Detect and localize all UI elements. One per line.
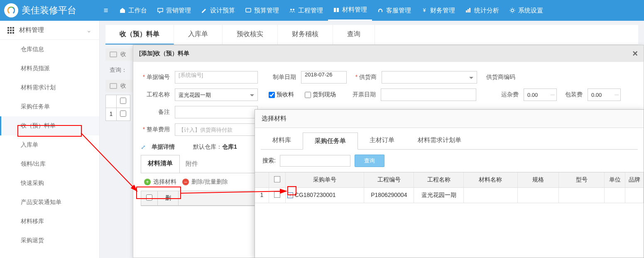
- dialog1-title: [添加]收（预）料单: [139, 50, 189, 57]
- supplier-select[interactable]: [382, 71, 477, 84]
- nav-design[interactable]: 设计预算: [196, 0, 240, 21]
- bg-head-checkbox[interactable]: [120, 98, 126, 104]
- menu-toggle-icon[interactable]: ≡: [98, 6, 114, 15]
- dialog2-title: 选择材料: [262, 115, 286, 123]
- sidebar-item-0[interactable]: 仓库信息: [0, 40, 99, 59]
- nav-cs[interactable]: 客服管理: [372, 0, 416, 21]
- query-button[interactable]: 查询: [355, 155, 384, 167]
- col-mn: 材料名称: [464, 172, 518, 187]
- picker-tab-2[interactable]: 主材订单: [358, 132, 406, 149]
- sidebar-item-2[interactable]: 材料需求计划: [0, 78, 99, 97]
- dialog2-search-bar: 搜索: 查询: [255, 150, 644, 172]
- svg-rect-12: [12, 27, 14, 29]
- sidebar-list: 仓库信息材料员指派材料需求计划采购任务单收（预）料单入库单领料/出库快速采购产品…: [0, 40, 99, 250]
- page-tab-4[interactable]: 查询: [333, 25, 375, 44]
- bg-row-checkbox[interactable]: [120, 111, 126, 117]
- picker-tab-3[interactable]: 材料需求计划单: [406, 132, 473, 149]
- expand-plus-icon[interactable]: +: [287, 192, 293, 198]
- remark-input[interactable]: [175, 106, 258, 118]
- svg-rect-13: [7, 29, 9, 31]
- doc-no-input[interactable]: [系统编号]: [175, 71, 258, 84]
- svg-text:¥: ¥: [423, 7, 426, 13]
- col-unit: 单位: [605, 172, 625, 187]
- tab-attachment[interactable]: 附件: [181, 155, 202, 173]
- svg-rect-8: [469, 8, 470, 12]
- bg-title2: 收: [120, 82, 126, 90]
- picker-tab-1[interactable]: 采购任务单: [303, 133, 358, 150]
- monitor-icon: [110, 83, 117, 89]
- sidebar-item-1[interactable]: 材料员指派: [0, 59, 99, 78]
- supplier-label: 供货商: [352, 74, 377, 81]
- default-store-label: 默认仓库：: [193, 143, 222, 150]
- default-store-value: 仓库1: [222, 143, 237, 150]
- sidebar-item-5[interactable]: 入库单: [0, 135, 99, 155]
- svg-point-1: [290, 9, 292, 10]
- nav-material[interactable]: 材料管理: [328, 0, 372, 21]
- col-pj: 工程编号: [364, 172, 414, 187]
- row-checkbox[interactable]: [274, 192, 280, 198]
- svg-rect-4: [337, 8, 339, 12]
- marketing-icon: [157, 7, 164, 14]
- pj-no: P1806290004: [364, 188, 414, 203]
- sidebar-item-7[interactable]: 快速采购: [0, 174, 99, 193]
- svg-rect-16: [7, 32, 9, 34]
- prerecv-checkbox[interactable]: 预收料: [269, 91, 294, 98]
- table-row[interactable]: 1+ CG1807230001P1806290004蓝光花园一期: [255, 188, 644, 203]
- tab-material-list[interactable]: 材料清单: [141, 155, 180, 173]
- sidebar-item-4[interactable]: 收（预）料单: [0, 116, 99, 135]
- nav-system[interactable]: 系统设置: [504, 0, 548, 21]
- budget-icon: [245, 7, 252, 14]
- sidebar-item-3[interactable]: 采购任务单: [0, 97, 99, 116]
- top-header: 美佳装修平台 ≡ 工作台营销管理设计预算预算管理工程管理材料管理客服管理¥财务管…: [0, 0, 644, 21]
- project-select[interactable]: 蓝光花园一期: [175, 88, 258, 101]
- material-picker-dialog: 选择材料 材料库采购任务单主材订单材料需求计划单 搜索: 查询 采购单号 工程编…: [255, 109, 644, 258]
- chevron-down-icon: ⌄: [86, 27, 92, 34]
- bg-row-num: 1: [106, 108, 117, 120]
- logo: 美佳装修平台: [4, 3, 98, 17]
- detail-label: 单据详情: [152, 143, 175, 151]
- sidebar-item-10[interactable]: 采购退货: [0, 231, 99, 250]
- page-tab-0[interactable]: 收（预）料单: [105, 25, 174, 44]
- svg-rect-0: [246, 8, 251, 12]
- svg-rect-11: [10, 27, 12, 29]
- packfee-input[interactable]: 0.00: [588, 88, 621, 101]
- grid-head-checkbox[interactable]: [146, 194, 152, 201]
- shipfee-input[interactable]: 0.00: [524, 88, 557, 101]
- nav-finance[interactable]: ¥财务管理: [416, 0, 460, 21]
- bulk-delete-button[interactable]: – 删除/批量删除: [182, 178, 228, 186]
- make-date-input[interactable]: 2018-07-26: [301, 71, 347, 84]
- brand-text: 美佳装修平台: [22, 4, 76, 17]
- make-date-label: 制单日期: [263, 74, 296, 81]
- col-cg: 采购单号: [286, 172, 365, 187]
- svg-rect-18: [12, 32, 14, 34]
- nav-marketing[interactable]: 营销管理: [152, 0, 196, 21]
- nav-budget[interactable]: 预算管理: [240, 0, 284, 21]
- svg-rect-17: [10, 32, 12, 34]
- nav-workbench[interactable]: 工作台: [114, 0, 152, 21]
- nav-stats[interactable]: 统计分析: [460, 0, 504, 21]
- grid-head-checkbox[interactable]: [274, 176, 280, 182]
- doc-no-label: 单据编号: [141, 74, 170, 81]
- page-tab-2[interactable]: 预收核实: [223, 25, 278, 44]
- search-input[interactable]: [280, 155, 350, 167]
- sidebar-header[interactable]: 材料管理 ⌄: [0, 21, 99, 40]
- picker-tab-0[interactable]: 材料库: [261, 132, 303, 149]
- wholefee-input[interactable]: 【计入】供货商待付款: [175, 123, 258, 136]
- stats-icon: [465, 7, 472, 14]
- invoice-date-input[interactable]: [381, 88, 476, 101]
- page-tab-3[interactable]: 财务稽核: [278, 25, 333, 44]
- select-material-button[interactable]: + 选择材料: [144, 178, 176, 186]
- arrive-checkbox[interactable]: 货到现场: [305, 91, 336, 98]
- sidebar-item-9[interactable]: 材料移库: [0, 212, 99, 231]
- monitor-icon: [110, 52, 117, 57]
- workbench-icon: [119, 7, 126, 14]
- col-pn: 工程名称: [414, 172, 464, 187]
- close-icon[interactable]: ×: [632, 48, 638, 59]
- page-tab-1[interactable]: 入库单: [174, 25, 223, 44]
- svg-point-2: [293, 9, 294, 10]
- nav-project[interactable]: 工程管理: [284, 0, 328, 21]
- sidebar-item-6[interactable]: 领料/出库: [0, 155, 99, 174]
- picker-grid: 采购单号 工程编号 工程名称 材料名称 规格 型号 单位 品牌 1+ CG180…: [255, 172, 644, 203]
- sidebar-item-8[interactable]: 产品安装通知单: [0, 193, 99, 212]
- expand-icon[interactable]: ⤢: [141, 144, 146, 150]
